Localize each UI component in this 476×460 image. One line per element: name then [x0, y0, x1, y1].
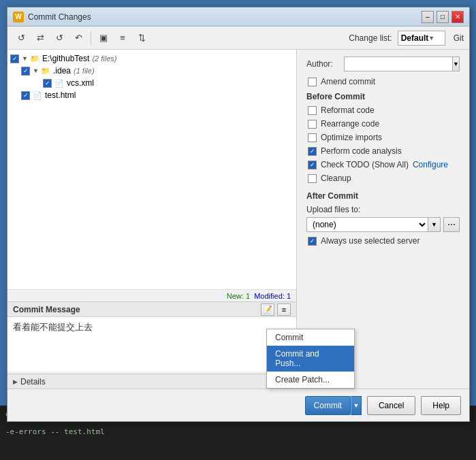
- maximize-button[interactable]: □: [437, 11, 449, 23]
- reformat-code-checkbox[interactable]: [308, 106, 317, 115]
- amend-commit-row: Amend commit: [306, 77, 460, 86]
- always-use-checkbox[interactable]: ✓: [308, 237, 317, 246]
- author-input[interactable]: [344, 56, 453, 71]
- toolbar-separator-1: [91, 31, 91, 45]
- rearrange-code-label: Rearrange code: [321, 119, 379, 129]
- check-todo-row: ✓ Check TODO (Show All) Configure: [306, 160, 460, 169]
- refresh-button[interactable]: ↺: [13, 30, 29, 46]
- always-use-label: Always use selected server: [321, 236, 419, 246]
- rearrange-code-checkbox[interactable]: [308, 120, 317, 129]
- upload-arrow-button[interactable]: ▼: [428, 217, 441, 232]
- idea-name: .idea: [53, 66, 71, 76]
- changelist-value: Default: [401, 33, 429, 43]
- move-button[interactable]: ⇄: [32, 30, 48, 46]
- rollback-button[interactable]: ↶: [70, 30, 86, 46]
- commit-changes-dialog: W Commit Changes – □ ✕ ↺ ⇄ ↺ ↶ ▣ ≡ ⇅ Cha…: [7, 7, 470, 422]
- cancel-button[interactable]: Cancel: [367, 396, 415, 415]
- details-section[interactable]: ▶ Details: [7, 374, 296, 389]
- check-todo-checkbox[interactable]: ✓: [308, 161, 317, 169]
- help-button[interactable]: Help: [421, 396, 461, 415]
- commit-message-section: Commit Message 📝 ≡ 看着能不能提交上去: [7, 301, 296, 374]
- cleanup-checkbox[interactable]: [308, 174, 317, 183]
- git-label: Git: [454, 33, 464, 43]
- reformat-code-row: Reformat code: [306, 105, 460, 115]
- left-panel: ✓ ▼ 📁 E:\githubTest (2 files) ✓ ▼ 📁 .ide…: [7, 50, 297, 389]
- close-button[interactable]: ✕: [451, 11, 464, 23]
- commit-message-header: Commit Message 📝 ≡: [7, 302, 296, 317]
- html-name: test.html: [45, 91, 76, 100]
- status-modified: Modified: 1: [254, 292, 291, 300]
- changelist-dropdown[interactable]: Default ▼: [398, 31, 445, 46]
- optimize-imports-row: Optimize imports: [306, 133, 460, 142]
- cleanup-label: Cleanup: [321, 174, 351, 183]
- dialog-title: Commit Changes: [28, 12, 422, 22]
- upload-browse-button[interactable]: ⋯: [443, 217, 460, 232]
- toolbar: ↺ ⇄ ↺ ↶ ▣ ≡ ⇅ Change list: Default ▼ Git: [7, 27, 469, 50]
- details-arrow-icon: ▶: [13, 378, 18, 385]
- app-icon: W: [13, 12, 24, 22]
- file-status-bar: New: 1 Modified: 1: [7, 289, 296, 301]
- status-new: New: 1: [227, 292, 250, 300]
- diff-button[interactable]: ▣: [95, 30, 112, 46]
- dropdown-item-commit-push[interactable]: Commit and Push...: [267, 346, 354, 372]
- html-checkbox[interactable]: ✓: [21, 91, 30, 100]
- sort-button[interactable]: ⇅: [133, 30, 150, 46]
- author-row: Author: ▼: [306, 56, 460, 71]
- commit-message-input[interactable]: 看着能不能提交上去: [7, 317, 296, 372]
- commit-template-button[interactable]: 📝: [261, 303, 274, 316]
- commit-dropdown-menu: Commit Commit and Push... Create Patch..…: [266, 329, 355, 389]
- commit-message-tools: 📝 ≡: [261, 303, 291, 316]
- details-label: Details: [20, 377, 46, 387]
- after-commit-title: After Commit: [306, 191, 460, 201]
- changelist-label: Change list:: [349, 33, 392, 43]
- amend-commit-label: Amend commit: [321, 77, 375, 86]
- idea-meta: (1 file): [74, 67, 95, 75]
- tree-idea-folder[interactable]: ✓ ▼ 📁 .idea (1 file): [7, 65, 296, 77]
- revert-button[interactable]: ↺: [51, 30, 67, 46]
- author-label: Author:: [306, 59, 344, 69]
- tree-html-file[interactable]: ✓ 📄 test.html: [7, 89, 296, 101]
- before-commit-title: Before Commit: [306, 92, 460, 101]
- root-expand-icon: ▼: [22, 55, 29, 62]
- dropdown-item-create-patch[interactable]: Create Patch...: [267, 372, 354, 388]
- check-todo-label: Check TODO (Show All): [321, 160, 409, 169]
- optimize-imports-checkbox[interactable]: [308, 133, 317, 142]
- minimize-button[interactable]: –: [422, 11, 434, 23]
- commit-message-label: Commit Message: [13, 305, 80, 314]
- perform-analysis-checkbox[interactable]: ✓: [308, 147, 317, 156]
- vcs-name: vcs.xml: [67, 78, 94, 88]
- dropdown-item-commit[interactable]: Commit: [267, 329, 354, 346]
- filter-button[interactable]: ≡: [114, 30, 131, 46]
- after-commit-section: After Commit Upload files to: (none) ▼ ⋯…: [306, 191, 460, 246]
- commit-button[interactable]: Commit: [305, 396, 351, 415]
- root-checkbox[interactable]: ✓: [10, 54, 19, 63]
- perform-analysis-label: Perform code analysis: [321, 146, 402, 156]
- configure-link[interactable]: Configure: [413, 160, 448, 169]
- author-dropdown-button[interactable]: ▼: [453, 56, 460, 71]
- vcs-file-icon: 📄: [54, 79, 64, 88]
- bottom-bar: Commit ▼ Cancel Help: [7, 389, 469, 421]
- upload-row: (none) ▼ ⋯: [306, 217, 460, 232]
- always-use-row: ✓ Always use selected server: [306, 236, 460, 246]
- root-meta: (2 files): [92, 54, 116, 63]
- amend-commit-checkbox[interactable]: [308, 78, 317, 86]
- idea-expand-icon: ▼: [33, 67, 39, 74]
- root-folder-icon: 📁: [30, 54, 39, 63]
- tree-root[interactable]: ✓ ▼ 📁 E:\githubTest (2 files): [7, 52, 296, 65]
- idea-checkbox[interactable]: ✓: [21, 67, 30, 76]
- perform-analysis-row: ✓ Perform code analysis: [306, 146, 460, 156]
- cleanup-row: Cleanup: [306, 174, 460, 183]
- idea-folder-icon: 📁: [41, 67, 50, 76]
- upload-label: Upload files to:: [306, 205, 460, 214]
- window-controls: – □ ✕: [422, 11, 464, 23]
- changelist-arrow-icon: ▼: [428, 35, 441, 42]
- main-content: ✓ ▼ 📁 E:\githubTest (2 files) ✓ ▼ 📁 .ide…: [7, 50, 469, 389]
- commit-format-button[interactable]: ≡: [277, 303, 291, 316]
- vcs-checkbox[interactable]: ✓: [43, 79, 52, 88]
- tree-vcs-file[interactable]: ✓ 📄 vcs.xml: [7, 77, 296, 89]
- upload-select[interactable]: (none): [306, 217, 428, 232]
- optimize-imports-label: Optimize imports: [321, 133, 382, 142]
- file-tree[interactable]: ✓ ▼ 📁 E:\githubTest (2 files) ✓ ▼ 📁 .ide…: [7, 50, 296, 289]
- reformat-code-label: Reformat code: [321, 105, 375, 115]
- commit-dropdown-arrow[interactable]: ▼: [351, 396, 362, 415]
